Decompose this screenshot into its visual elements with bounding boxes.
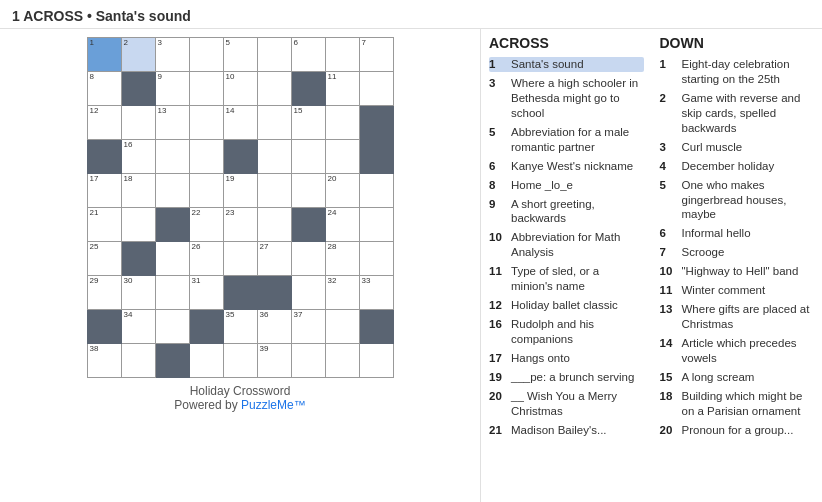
down-clue-3[interactable]: 3 Curl muscle <box>660 140 815 155</box>
cell-8-4[interactable]: 31 <box>189 276 223 310</box>
cell-5-6[interactable] <box>257 174 291 208</box>
cell-7-3[interactable] <box>155 242 189 276</box>
cell-7-6[interactable]: 27 <box>257 242 291 276</box>
down-clue-15[interactable]: 15 A long scream <box>660 370 815 385</box>
cell-6-4[interactable]: 22 <box>189 208 223 242</box>
cell-3-2[interactable] <box>121 106 155 140</box>
cell-6-5[interactable]: 23 <box>223 208 257 242</box>
down-clue-10[interactable]: 10 "Highway to Hell" band <box>660 264 815 279</box>
cell-1-6[interactable] <box>257 38 291 72</box>
cell-5-8[interactable]: 20 <box>325 174 359 208</box>
cell-6-1[interactable]: 21 <box>87 208 121 242</box>
cell-7-1[interactable]: 25 <box>87 242 121 276</box>
cell-5-5[interactable]: 19 <box>223 174 257 208</box>
cell-5-3[interactable] <box>155 174 189 208</box>
cell-1-2[interactable]: 2 <box>121 38 155 72</box>
crossword-grid[interactable]: 1 2 3 5 6 7 8 9 <box>87 37 394 378</box>
cell-5-9[interactable] <box>359 174 393 208</box>
across-clue-5[interactable]: 5 Abbreviation for a male romantic partn… <box>489 125 644 155</box>
cell-5-1[interactable]: 17 <box>87 174 121 208</box>
cell-10-6[interactable]: 39 <box>257 344 291 378</box>
cell-9-3[interactable] <box>155 310 189 344</box>
cell-7-7[interactable] <box>291 242 325 276</box>
cell-3-1[interactable]: 12 <box>87 106 121 140</box>
cell-10-4[interactable] <box>189 344 223 378</box>
down-clue-11[interactable]: 11 Winter comment <box>660 283 815 298</box>
across-clue-1[interactable]: 1 Santa's sound <box>489 57 644 72</box>
down-clue-4[interactable]: 4 December holiday <box>660 159 815 174</box>
down-clue-20[interactable]: 20 Pronoun for a group... <box>660 423 815 438</box>
cell-2-6[interactable] <box>257 72 291 106</box>
cell-6-9[interactable] <box>359 208 393 242</box>
cell-2-4[interactable] <box>189 72 223 106</box>
cell-1-1[interactable]: 1 <box>87 38 121 72</box>
cell-6-2[interactable] <box>121 208 155 242</box>
cell-2-9[interactable] <box>359 72 393 106</box>
cell-9-5[interactable]: 35 <box>223 310 257 344</box>
across-clue-8[interactable]: 8 Home _lo_e <box>489 178 644 193</box>
cell-8-8[interactable]: 32 <box>325 276 359 310</box>
cell-3-3[interactable]: 13 <box>155 106 189 140</box>
cell-7-8[interactable]: 28 <box>325 242 359 276</box>
across-clue-21[interactable]: 21 Madison Bailey's... <box>489 423 644 438</box>
cell-10-1[interactable]: 38 <box>87 344 121 378</box>
across-clue-11[interactable]: 11 Type of sled, or a minion's name <box>489 264 644 294</box>
cell-5-4[interactable] <box>189 174 223 208</box>
down-clue-14[interactable]: 14 Article which precedes vowels <box>660 336 815 366</box>
cell-4-3[interactable] <box>155 140 189 174</box>
across-clue-10[interactable]: 10 Abbreviation for Math Analysis <box>489 230 644 260</box>
cell-3-8[interactable] <box>325 106 359 140</box>
down-clue-18[interactable]: 18 Building which might be on a Parisian… <box>660 389 815 419</box>
crossword-table[interactable]: 1 2 3 5 6 7 8 9 <box>87 37 394 378</box>
down-clue-6[interactable]: 6 Informal hello <box>660 226 815 241</box>
down-clue-7[interactable]: 7 Scrooge <box>660 245 815 260</box>
cell-4-2[interactable]: 16 <box>121 140 155 174</box>
across-clue-16[interactable]: 16 Rudolph and his companions <box>489 317 644 347</box>
cell-4-8[interactable] <box>325 140 359 174</box>
down-clue-2[interactable]: 2 Game with reverse and skip cards, spel… <box>660 91 815 136</box>
across-clue-3[interactable]: 3 Where a high schooler in Bethesda migh… <box>489 76 644 121</box>
cell-9-6[interactable]: 36 <box>257 310 291 344</box>
cell-3-6[interactable] <box>257 106 291 140</box>
cell-10-2[interactable] <box>121 344 155 378</box>
cell-9-7[interactable]: 37 <box>291 310 325 344</box>
down-clue-1[interactable]: 1 Eight-day celebration starting on the … <box>660 57 815 87</box>
cell-6-8[interactable]: 24 <box>325 208 359 242</box>
cell-9-2[interactable]: 34 <box>121 310 155 344</box>
cell-7-4[interactable]: 26 <box>189 242 223 276</box>
cell-1-9[interactable]: 7 <box>359 38 393 72</box>
cell-5-7[interactable] <box>291 174 325 208</box>
cell-1-5[interactable]: 5 <box>223 38 257 72</box>
across-clue-19[interactable]: 19 ___pe: a brunch serving <box>489 370 644 385</box>
cell-8-3[interactable] <box>155 276 189 310</box>
down-clue-5[interactable]: 5 One who makes gingerbread houses, mayb… <box>660 178 815 223</box>
cell-8-9[interactable]: 33 <box>359 276 393 310</box>
cell-2-3[interactable]: 9 <box>155 72 189 106</box>
cell-8-7[interactable] <box>291 276 325 310</box>
across-clue-12[interactable]: 12 Holiday ballet classic <box>489 298 644 313</box>
cell-1-7[interactable]: 6 <box>291 38 325 72</box>
cell-10-7[interactable] <box>291 344 325 378</box>
cell-4-6[interactable] <box>257 140 291 174</box>
cell-7-5[interactable] <box>223 242 257 276</box>
cell-5-2[interactable]: 18 <box>121 174 155 208</box>
across-clue-6[interactable]: 6 Kanye West's nickname <box>489 159 644 174</box>
cell-3-7[interactable]: 15 <box>291 106 325 140</box>
cell-2-1[interactable]: 8 <box>87 72 121 106</box>
cell-4-4[interactable] <box>189 140 223 174</box>
cell-1-3[interactable]: 3 <box>155 38 189 72</box>
cell-3-5[interactable]: 14 <box>223 106 257 140</box>
cell-8-2[interactable]: 30 <box>121 276 155 310</box>
cell-6-6[interactable] <box>257 208 291 242</box>
cell-8-1[interactable]: 29 <box>87 276 121 310</box>
cell-10-5[interactable] <box>223 344 257 378</box>
across-clue-17[interactable]: 17 Hangs onto <box>489 351 644 366</box>
cell-10-9[interactable] <box>359 344 393 378</box>
cell-10-8[interactable] <box>325 344 359 378</box>
down-clue-13[interactable]: 13 Where gifts are placed at Christmas <box>660 302 815 332</box>
puzzleme-link[interactable]: PuzzleMe™ <box>241 398 306 412</box>
cell-1-4[interactable] <box>189 38 223 72</box>
cell-2-8[interactable]: 11 <box>325 72 359 106</box>
cell-7-9[interactable] <box>359 242 393 276</box>
cell-9-8[interactable] <box>325 310 359 344</box>
